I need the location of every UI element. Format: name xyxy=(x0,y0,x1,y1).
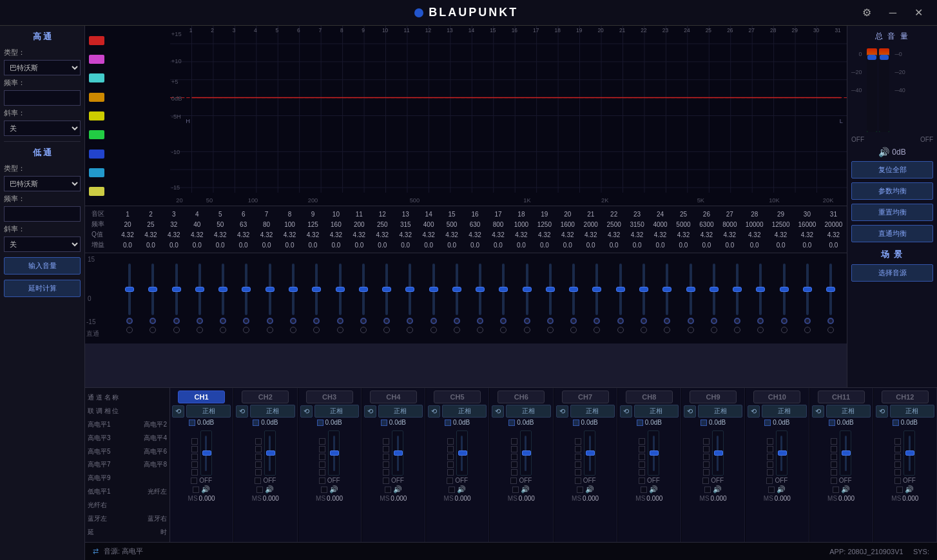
checkbox-CH6[interactable] xyxy=(508,420,515,426)
slider-direct-8[interactable] xyxy=(290,327,296,333)
ch-checkbox-CH8-2[interactable] xyxy=(639,454,645,460)
ch-checkbox-CH4-4[interactable] xyxy=(383,469,389,476)
ch-checkbox-CH7-1[interactable] xyxy=(575,446,581,452)
slider-direct-18[interactable] xyxy=(524,327,530,333)
ch-checkbox-CH11-2[interactable] xyxy=(831,454,837,460)
slider-thumb-22[interactable] xyxy=(616,287,625,292)
slider-thumb-10[interactable] xyxy=(336,287,345,292)
slider-direct-15[interactable] xyxy=(454,327,460,333)
slider-thumb-3[interactable] xyxy=(172,287,181,292)
channel-name-CH12[interactable]: CH12 xyxy=(882,391,929,403)
slider-thumb-4[interactable] xyxy=(195,287,204,292)
spk-check-CH11[interactable] xyxy=(833,487,839,493)
off-check-CH7[interactable] xyxy=(575,478,581,484)
ch-checkbox-CH11-1[interactable] xyxy=(831,446,837,452)
slider-direct-20[interactable] xyxy=(570,327,577,333)
slider-thumb-21[interactable] xyxy=(592,287,601,292)
ch-checkbox-CH6-3[interactable] xyxy=(511,461,517,468)
slider-thumb-15[interactable] xyxy=(452,287,461,292)
slider-thumb-16[interactable] xyxy=(476,287,485,292)
ch-checkbox-CH6-0[interactable] xyxy=(511,438,517,445)
slider-direct-10[interactable] xyxy=(337,327,343,333)
ch-checkbox-CH1-1[interactable] xyxy=(191,446,198,452)
slider-thumb-13[interactable] xyxy=(405,287,414,292)
slider-thumb-29[interactable] xyxy=(780,287,789,292)
checkbox-CH5[interactable] xyxy=(445,420,451,426)
checkbox-CH8[interactable] xyxy=(637,420,643,426)
slider-thumb-1[interactable] xyxy=(125,287,134,292)
link-btn-CH11[interactable]: ⟲ xyxy=(812,405,824,418)
checkbox-CH10[interactable] xyxy=(764,420,771,426)
fader-CH10[interactable] xyxy=(776,430,787,476)
spk-check-CH10[interactable] xyxy=(768,487,775,493)
phase-label-CH12[interactable]: 正相 xyxy=(890,405,934,418)
slider-direct-19[interactable] xyxy=(547,327,554,333)
ch-checkbox-CH4-1[interactable] xyxy=(383,446,389,452)
channel-name-CH6[interactable]: CH6 xyxy=(497,391,545,403)
ch-checkbox-CH5-0[interactable] xyxy=(447,438,454,445)
ch-checkbox-CH1-2[interactable] xyxy=(191,454,198,460)
link-btn-CH12[interactable]: ⟲ xyxy=(876,405,888,418)
phase-label-CH4[interactable]: 正相 xyxy=(378,405,423,418)
link-btn-CH4[interactable]: ⟲ xyxy=(364,405,376,418)
off-check-CH12[interactable] xyxy=(894,478,901,484)
spk-check-CH2[interactable] xyxy=(256,487,263,493)
phase-label-CH3[interactable]: 正相 xyxy=(314,405,359,418)
slider-thumb-23[interactable] xyxy=(639,287,648,292)
spk-check-CH8[interactable] xyxy=(641,487,647,493)
phase-label-CH11[interactable]: 正相 xyxy=(826,405,871,418)
select-source-button[interactable]: 选择音源 xyxy=(851,264,933,282)
ch-checkbox-CH10-3[interactable] xyxy=(767,461,773,468)
ch-checkbox-CH10-1[interactable] xyxy=(767,446,773,452)
high-pass-freq-input[interactable]: 20 xyxy=(4,90,81,106)
ch-checkbox-CH8-4[interactable] xyxy=(639,469,645,476)
ch-checkbox-CH8-0[interactable] xyxy=(639,438,645,445)
ch-checkbox-CH12-1[interactable] xyxy=(894,446,901,452)
slider-direct-23[interactable] xyxy=(641,327,647,333)
slider-thumb-26[interactable] xyxy=(710,287,719,292)
slider-thumb-24[interactable] xyxy=(662,287,671,292)
spk-check-CH4[interactable] xyxy=(385,487,391,493)
ch-checkbox-CH5-1[interactable] xyxy=(447,446,454,452)
ch-checkbox-CH9-1[interactable] xyxy=(703,446,710,452)
phase-label-CH9[interactable]: 正相 xyxy=(698,405,742,418)
link-btn-CH7[interactable]: ⟲ xyxy=(556,405,568,418)
close-button[interactable]: ✕ xyxy=(911,5,927,20)
link-btn-CH6[interactable]: ⟲ xyxy=(492,405,504,418)
slider-direct-16[interactable] xyxy=(477,327,483,333)
link-btn-CH1[interactable]: ⟲ xyxy=(172,405,184,418)
ch-checkbox-CH2-4[interactable] xyxy=(255,469,262,476)
slider-thumb-5[interactable] xyxy=(218,287,227,292)
reset-eq-button[interactable]: 重置均衡 xyxy=(851,204,933,221)
ch-checkbox-CH6-1[interactable] xyxy=(511,446,517,452)
ch-checkbox-CH2-2[interactable] xyxy=(255,454,262,460)
ch-checkbox-CH1-4[interactable] xyxy=(191,469,198,476)
slider-direct-12[interactable] xyxy=(383,327,390,333)
slider-thumb-18[interactable] xyxy=(523,287,532,292)
checkbox-CH9[interactable] xyxy=(700,420,707,426)
slider-direct-5[interactable] xyxy=(220,327,226,333)
fader-CH8[interactable] xyxy=(648,430,659,476)
slider-direct-4[interactable] xyxy=(197,327,203,333)
channel-name-CH1[interactable]: CH1 xyxy=(178,391,225,403)
ch-checkbox-CH7-4[interactable] xyxy=(575,469,581,476)
ch-checkbox-CH8-1[interactable] xyxy=(639,446,645,452)
delay-calc-button[interactable]: 延时计算 xyxy=(4,280,81,297)
ch-checkbox-CH9-3[interactable] xyxy=(703,461,710,468)
phase-label-CH1[interactable]: 正相 xyxy=(186,405,231,418)
slider-direct-13[interactable] xyxy=(407,327,413,333)
ch-checkbox-CH8-3[interactable] xyxy=(639,461,645,468)
slider-thumb-31[interactable] xyxy=(826,287,835,292)
settings-button[interactable]: ⚙ xyxy=(858,5,875,20)
slider-direct-6[interactable] xyxy=(243,327,249,333)
vol-knob-left[interactable] xyxy=(867,55,876,60)
fader-CH3[interactable] xyxy=(328,430,340,476)
spk-check-CH9[interactable] xyxy=(704,487,711,493)
slider-direct-9[interactable] xyxy=(313,327,320,333)
ch-checkbox-CH3-0[interactable] xyxy=(319,438,325,445)
checkbox-CH12[interactable] xyxy=(893,420,899,426)
ch-checkbox-CH10-4[interactable] xyxy=(767,469,773,476)
slider-direct-1[interactable] xyxy=(126,327,133,333)
low-pass-freq-input[interactable]: 20000 xyxy=(4,206,81,222)
ch-checkbox-CH5-2[interactable] xyxy=(447,454,454,460)
